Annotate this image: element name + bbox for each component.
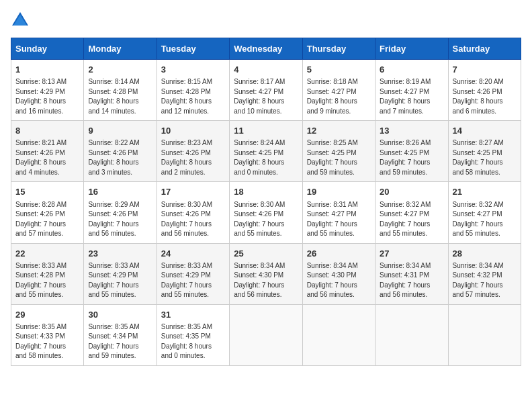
day-info: Sunrise: 8:18 AM Sunset: 4:27 PM Dayligh… [307,77,371,116]
day-number: 29 [15,309,79,321]
day-number: 15 [15,186,79,198]
day-info: Sunrise: 8:20 AM Sunset: 4:26 PM Dayligh… [453,77,517,116]
day-of-week-header: Wednesday [230,38,302,60]
day-info: Sunrise: 8:34 AM Sunset: 4:31 PM Dayligh… [380,261,443,300]
calendar-cell: 18Sunrise: 8:30 AM Sunset: 4:26 PM Dayli… [230,182,302,243]
day-of-week-header: Thursday [302,38,375,60]
day-number: 8 [15,125,79,137]
day-number: 23 [88,248,152,260]
day-info: Sunrise: 8:23 AM Sunset: 4:26 PM Dayligh… [161,138,225,177]
day-number: 31 [161,309,225,321]
day-info: Sunrise: 8:33 AM Sunset: 4:28 PM Dayligh… [15,261,79,300]
logo [11,11,32,30]
calendar-week-row: 15Sunrise: 8:28 AM Sunset: 4:26 PM Dayli… [11,182,521,243]
day-info: Sunrise: 8:13 AM Sunset: 4:29 PM Dayligh… [15,77,79,116]
day-info: Sunrise: 8:35 AM Sunset: 4:33 PM Dayligh… [15,322,79,361]
calendar-cell: 22Sunrise: 8:33 AM Sunset: 4:28 PM Dayli… [11,243,84,304]
day-info: Sunrise: 8:14 AM Sunset: 4:28 PM Dayligh… [88,77,152,116]
day-number: 24 [161,248,225,260]
calendar-cell: 27Sunrise: 8:34 AM Sunset: 4:31 PM Dayli… [375,243,448,304]
day-info: Sunrise: 8:19 AM Sunset: 4:27 PM Dayligh… [380,77,443,116]
day-info: Sunrise: 8:30 AM Sunset: 4:26 PM Dayligh… [234,200,298,239]
calendar-week-row: 1Sunrise: 8:13 AM Sunset: 4:29 PM Daylig… [11,60,521,121]
calendar-cell: 3Sunrise: 8:15 AM Sunset: 4:28 PM Daylig… [157,60,229,121]
day-of-week-header: Monday [84,38,157,60]
day-info: Sunrise: 8:33 AM Sunset: 4:29 PM Dayligh… [161,261,225,300]
calendar-cell [302,304,375,365]
day-number: 2 [88,64,152,76]
calendar-cell: 24Sunrise: 8:33 AM Sunset: 4:29 PM Dayli… [157,243,229,304]
calendar-cell: 30Sunrise: 8:35 AM Sunset: 4:34 PM Dayli… [84,304,157,365]
day-number: 6 [380,64,443,76]
calendar-cell: 21Sunrise: 8:32 AM Sunset: 4:27 PM Dayli… [448,182,521,243]
day-number: 30 [88,309,152,321]
calendar-cell [375,304,448,365]
day-info: Sunrise: 8:34 AM Sunset: 4:30 PM Dayligh… [234,261,298,300]
calendar-cell: 4Sunrise: 8:17 AM Sunset: 4:27 PM Daylig… [230,60,302,121]
calendar-cell: 15Sunrise: 8:28 AM Sunset: 4:26 PM Dayli… [11,182,84,243]
day-number: 4 [234,64,298,76]
calendar-cell: 9Sunrise: 8:22 AM Sunset: 4:26 PM Daylig… [84,121,157,182]
day-number: 25 [234,248,298,260]
day-info: Sunrise: 8:28 AM Sunset: 4:26 PM Dayligh… [15,200,79,239]
day-of-week-header: Sunday [11,38,84,60]
day-info: Sunrise: 8:32 AM Sunset: 4:27 PM Dayligh… [380,200,443,239]
calendar-cell: 10Sunrise: 8:23 AM Sunset: 4:26 PM Dayli… [157,121,229,182]
calendar-cell: 29Sunrise: 8:35 AM Sunset: 4:33 PM Dayli… [11,304,84,365]
day-of-week-header: Saturday [448,38,521,60]
calendar-cell: 11Sunrise: 8:24 AM Sunset: 4:25 PM Dayli… [230,121,302,182]
calendar-cell: 20Sunrise: 8:32 AM Sunset: 4:27 PM Dayli… [375,182,448,243]
calendar-cell: 2Sunrise: 8:14 AM Sunset: 4:28 PM Daylig… [84,60,157,121]
calendar-cell: 23Sunrise: 8:33 AM Sunset: 4:29 PM Dayli… [84,243,157,304]
day-number: 27 [380,248,443,260]
day-number: 5 [307,64,371,76]
calendar-week-row: 29Sunrise: 8:35 AM Sunset: 4:33 PM Dayli… [11,304,521,365]
day-number: 1 [15,64,79,76]
day-info: Sunrise: 8:33 AM Sunset: 4:29 PM Dayligh… [88,261,152,300]
calendar-cell: 13Sunrise: 8:26 AM Sunset: 4:25 PM Dayli… [375,121,448,182]
day-of-week-header: Friday [375,38,448,60]
calendar-cell: 16Sunrise: 8:29 AM Sunset: 4:26 PM Dayli… [84,182,157,243]
day-number: 26 [307,248,371,260]
calendar-cell: 8Sunrise: 8:21 AM Sunset: 4:26 PM Daylig… [11,121,84,182]
calendar-header-row: SundayMondayTuesdayWednesdayThursdayFrid… [11,38,521,60]
calendar-cell [448,304,521,365]
logo-icon [11,11,30,30]
day-number: 22 [15,248,79,260]
day-info: Sunrise: 8:22 AM Sunset: 4:26 PM Dayligh… [88,138,152,177]
day-number: 10 [161,125,225,137]
day-number: 21 [453,186,517,198]
day-info: Sunrise: 8:25 AM Sunset: 4:25 PM Dayligh… [307,138,371,177]
calendar-cell [230,304,302,365]
calendar-cell: 19Sunrise: 8:31 AM Sunset: 4:27 PM Dayli… [302,182,375,243]
day-info: Sunrise: 8:29 AM Sunset: 4:26 PM Dayligh… [88,200,152,239]
day-number: 19 [307,186,371,198]
day-info: Sunrise: 8:31 AM Sunset: 4:27 PM Dayligh… [307,200,371,239]
day-info: Sunrise: 8:35 AM Sunset: 4:35 PM Dayligh… [161,322,225,361]
day-number: 13 [380,125,443,137]
calendar-week-row: 22Sunrise: 8:33 AM Sunset: 4:28 PM Dayli… [11,243,521,304]
calendar-cell: 28Sunrise: 8:34 AM Sunset: 4:32 PM Dayli… [448,243,521,304]
day-info: Sunrise: 8:21 AM Sunset: 4:26 PM Dayligh… [15,138,79,177]
day-number: 12 [307,125,371,137]
calendar-cell: 7Sunrise: 8:20 AM Sunset: 4:26 PM Daylig… [448,60,521,121]
calendar-cell: 5Sunrise: 8:18 AM Sunset: 4:27 PM Daylig… [302,60,375,121]
day-info: Sunrise: 8:26 AM Sunset: 4:25 PM Dayligh… [380,138,443,177]
day-info: Sunrise: 8:27 AM Sunset: 4:25 PM Dayligh… [453,138,517,177]
day-info: Sunrise: 8:34 AM Sunset: 4:30 PM Dayligh… [307,261,371,300]
calendar-cell: 1Sunrise: 8:13 AM Sunset: 4:29 PM Daylig… [11,60,84,121]
day-number: 9 [88,125,152,137]
day-number: 28 [453,248,517,260]
calendar-cell: 14Sunrise: 8:27 AM Sunset: 4:25 PM Dayli… [448,121,521,182]
day-of-week-header: Tuesday [157,38,229,60]
calendar-cell: 12Sunrise: 8:25 AM Sunset: 4:25 PM Dayli… [302,121,375,182]
day-info: Sunrise: 8:32 AM Sunset: 4:27 PM Dayligh… [453,200,517,239]
day-number: 20 [380,186,443,198]
calendar-cell: 6Sunrise: 8:19 AM Sunset: 4:27 PM Daylig… [375,60,448,121]
day-number: 14 [453,125,517,137]
header [11,11,521,30]
day-info: Sunrise: 8:24 AM Sunset: 4:25 PM Dayligh… [234,138,298,177]
day-info: Sunrise: 8:34 AM Sunset: 4:32 PM Dayligh… [453,261,517,300]
day-number: 17 [161,186,225,198]
calendar-cell: 31Sunrise: 8:35 AM Sunset: 4:35 PM Dayli… [157,304,229,365]
